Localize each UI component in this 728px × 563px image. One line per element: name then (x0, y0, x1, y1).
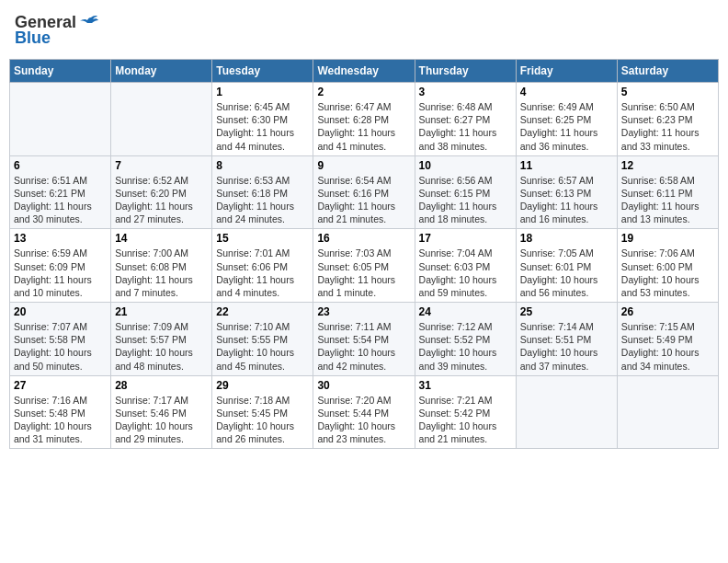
day-info: Sunrise: 7:03 AM Sunset: 6:05 PM Dayligh… (317, 247, 410, 299)
calendar-week-row-5: 27Sunrise: 7:16 AM Sunset: 5:48 PM Dayli… (10, 375, 719, 449)
calendar-cell: 31Sunrise: 7:21 AM Sunset: 5:42 PM Dayli… (415, 375, 516, 449)
day-number: 14 (115, 232, 208, 245)
day-info: Sunrise: 7:11 AM Sunset: 5:54 PM Dayligh… (317, 320, 410, 373)
day-number: 6 (14, 159, 107, 172)
day-number: 27 (14, 379, 107, 392)
day-number: 8 (216, 159, 309, 172)
day-number: 1 (216, 86, 309, 98)
calendar-cell: 1Sunrise: 6:45 AM Sunset: 6:30 PM Daylig… (212, 83, 313, 156)
day-number: 25 (520, 305, 613, 318)
day-number: 31 (419, 379, 512, 392)
day-info: Sunrise: 7:17 AM Sunset: 5:46 PM Dayligh… (115, 394, 208, 446)
logo: General Blue (15, 13, 98, 48)
day-number: 16 (317, 232, 410, 245)
day-number: 2 (317, 86, 410, 98)
calendar-cell: 3Sunrise: 6:48 AM Sunset: 6:27 PM Daylig… (415, 83, 516, 156)
calendar-cell: 17Sunrise: 7:04 AM Sunset: 6:03 PM Dayli… (415, 229, 516, 303)
calendar-cell: 29Sunrise: 7:18 AM Sunset: 5:45 PM Dayli… (212, 375, 313, 449)
day-info: Sunrise: 7:10 AM Sunset: 5:55 PM Dayligh… (216, 320, 309, 373)
calendar-cell: 8Sunrise: 6:53 AM Sunset: 6:18 PM Daylig… (212, 155, 313, 229)
day-number: 18 (520, 232, 613, 245)
calendar-cell: 22Sunrise: 7:10 AM Sunset: 5:55 PM Dayli… (212, 303, 313, 376)
calendar-week-row-3: 13Sunrise: 6:59 AM Sunset: 6:09 PM Dayli… (10, 229, 719, 303)
weekday-header-thursday: Thursday (415, 60, 516, 83)
calendar-week-row-1: 1Sunrise: 6:45 AM Sunset: 6:30 PM Daylig… (10, 83, 719, 156)
day-info: Sunrise: 7:21 AM Sunset: 5:42 PM Dayligh… (419, 394, 512, 446)
day-number: 4 (520, 86, 613, 98)
day-number: 23 (317, 305, 410, 318)
calendar-cell: 16Sunrise: 7:03 AM Sunset: 6:05 PM Dayli… (313, 229, 415, 303)
day-info: Sunrise: 6:45 AM Sunset: 6:30 PM Dayligh… (216, 100, 309, 153)
calendar-cell (10, 83, 111, 156)
day-info: Sunrise: 6:53 AM Sunset: 6:18 PM Dayligh… (216, 174, 309, 226)
day-number: 10 (419, 159, 512, 172)
calendar-cell: 7Sunrise: 6:52 AM Sunset: 6:20 PM Daylig… (111, 155, 212, 229)
weekday-header-sunday: Sunday (10, 60, 111, 83)
weekday-header-wednesday: Wednesday (313, 60, 415, 83)
calendar-week-row-2: 6Sunrise: 6:51 AM Sunset: 6:21 PM Daylig… (10, 155, 719, 229)
day-info: Sunrise: 6:51 AM Sunset: 6:21 PM Dayligh… (14, 174, 107, 226)
calendar-cell: 21Sunrise: 7:09 AM Sunset: 5:57 PM Dayli… (111, 303, 212, 376)
day-info: Sunrise: 7:05 AM Sunset: 6:01 PM Dayligh… (520, 247, 613, 299)
calendar-cell: 20Sunrise: 7:07 AM Sunset: 5:58 PM Dayli… (10, 303, 111, 376)
day-info: Sunrise: 6:54 AM Sunset: 6:16 PM Dayligh… (317, 174, 410, 226)
day-number: 30 (317, 379, 410, 392)
calendar-cell: 5Sunrise: 6:50 AM Sunset: 6:23 PM Daylig… (617, 83, 718, 156)
day-info: Sunrise: 7:20 AM Sunset: 5:44 PM Dayligh… (317, 394, 410, 446)
day-number: 5 (621, 86, 714, 98)
calendar-cell: 2Sunrise: 6:47 AM Sunset: 6:28 PM Daylig… (313, 83, 415, 156)
calendar-cell: 9Sunrise: 6:54 AM Sunset: 6:16 PM Daylig… (313, 155, 415, 229)
day-info: Sunrise: 7:12 AM Sunset: 5:52 PM Dayligh… (419, 320, 512, 373)
weekday-header-saturday: Saturday (617, 60, 718, 83)
calendar-cell: 4Sunrise: 6:49 AM Sunset: 6:25 PM Daylig… (516, 83, 617, 156)
day-info: Sunrise: 7:14 AM Sunset: 5:51 PM Dayligh… (520, 320, 613, 373)
calendar-cell: 14Sunrise: 7:00 AM Sunset: 6:08 PM Dayli… (111, 229, 212, 303)
calendar-cell: 23Sunrise: 7:11 AM Sunset: 5:54 PM Dayli… (313, 303, 415, 376)
day-number: 26 (621, 305, 714, 318)
calendar-table: SundayMondayTuesdayWednesdayThursdayFrid… (9, 59, 719, 449)
day-info: Sunrise: 6:48 AM Sunset: 6:27 PM Dayligh… (419, 100, 512, 153)
day-number: 22 (216, 305, 309, 318)
day-number: 21 (115, 305, 208, 318)
day-info: Sunrise: 7:04 AM Sunset: 6:03 PM Dayligh… (419, 247, 512, 299)
logo-blue-text: Blue (15, 29, 51, 48)
day-info: Sunrise: 7:06 AM Sunset: 6:00 PM Dayligh… (621, 247, 714, 299)
day-number: 13 (14, 232, 107, 245)
logo-bird-icon (78, 14, 98, 32)
weekday-header-row: SundayMondayTuesdayWednesdayThursdayFrid… (10, 60, 719, 83)
day-info: Sunrise: 6:49 AM Sunset: 6:25 PM Dayligh… (520, 100, 613, 153)
day-info: Sunrise: 6:47 AM Sunset: 6:28 PM Dayligh… (317, 100, 410, 153)
calendar-cell (617, 375, 718, 449)
page-header: General Blue (9, 9, 719, 52)
calendar-cell (111, 83, 212, 156)
day-info: Sunrise: 7:00 AM Sunset: 6:08 PM Dayligh… (115, 247, 208, 299)
calendar-cell: 25Sunrise: 7:14 AM Sunset: 5:51 PM Dayli… (516, 303, 617, 376)
day-number: 20 (14, 305, 107, 318)
day-number: 17 (419, 232, 512, 245)
day-number: 12 (621, 159, 714, 172)
day-info: Sunrise: 6:50 AM Sunset: 6:23 PM Dayligh… (621, 100, 714, 153)
day-info: Sunrise: 7:09 AM Sunset: 5:57 PM Dayligh… (115, 320, 208, 373)
weekday-header-friday: Friday (516, 60, 617, 83)
day-number: 7 (115, 159, 208, 172)
calendar-cell: 13Sunrise: 6:59 AM Sunset: 6:09 PM Dayli… (10, 229, 111, 303)
calendar-cell: 24Sunrise: 7:12 AM Sunset: 5:52 PM Dayli… (415, 303, 516, 376)
day-number: 9 (317, 159, 410, 172)
day-number: 29 (216, 379, 309, 392)
day-number: 3 (419, 86, 512, 98)
day-info: Sunrise: 7:01 AM Sunset: 6:06 PM Dayligh… (216, 247, 309, 299)
calendar-cell: 18Sunrise: 7:05 AM Sunset: 6:01 PM Dayli… (516, 229, 617, 303)
day-number: 19 (621, 232, 714, 245)
day-info: Sunrise: 7:16 AM Sunset: 5:48 PM Dayligh… (14, 394, 107, 446)
day-info: Sunrise: 6:59 AM Sunset: 6:09 PM Dayligh… (14, 247, 107, 299)
day-info: Sunrise: 6:57 AM Sunset: 6:13 PM Dayligh… (520, 174, 613, 226)
calendar-cell: 26Sunrise: 7:15 AM Sunset: 5:49 PM Dayli… (617, 303, 718, 376)
day-info: Sunrise: 6:58 AM Sunset: 6:11 PM Dayligh… (621, 174, 714, 226)
calendar-cell: 19Sunrise: 7:06 AM Sunset: 6:00 PM Dayli… (617, 229, 718, 303)
day-number: 24 (419, 305, 512, 318)
day-info: Sunrise: 7:18 AM Sunset: 5:45 PM Dayligh… (216, 394, 309, 446)
day-info: Sunrise: 7:15 AM Sunset: 5:49 PM Dayligh… (621, 320, 714, 373)
calendar-cell: 11Sunrise: 6:57 AM Sunset: 6:13 PM Dayli… (516, 155, 617, 229)
calendar-week-row-4: 20Sunrise: 7:07 AM Sunset: 5:58 PM Dayli… (10, 303, 719, 376)
day-number: 28 (115, 379, 208, 392)
